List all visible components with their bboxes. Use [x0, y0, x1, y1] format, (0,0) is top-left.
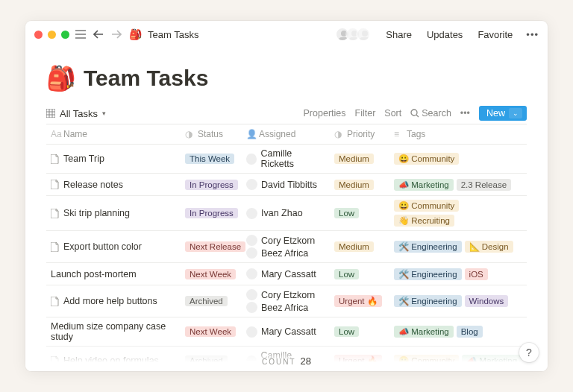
name-cell[interactable]: Add more help buttons	[46, 285, 181, 317]
priority-pill: Medium	[334, 241, 374, 252]
name-cell[interactable]: Help video on formulas	[46, 347, 181, 371]
priority-pill: Urgent 🔥	[334, 295, 382, 307]
page-emoji[interactable]: 🎒	[46, 64, 76, 92]
priority-pill: Low	[334, 326, 359, 337]
assigned-cell[interactable]: Cory EtzkornBeez Africa	[242, 231, 330, 262]
column-header-name[interactable]: AaName	[46, 124, 181, 144]
priority-cell[interactable]: Medium	[330, 174, 389, 195]
table-row[interactable]: Medium size company case studyNext WeekM…	[46, 317, 527, 347]
breadcrumb-title[interactable]: Team Tasks	[148, 29, 198, 40]
minimize-window-button[interactable]	[48, 31, 56, 39]
table-row[interactable]: Team TripThis WeekCamille RickettsMedium…	[46, 145, 527, 174]
assignee-name: Beez Africa	[261, 303, 308, 313]
table-row[interactable]: Launch post-mortemNext WeekMary CassattL…	[46, 263, 527, 285]
tags-cell[interactable]: 🛠️ Engineering📐 Design	[389, 231, 527, 262]
tags-cell[interactable]: 📣 MarketingBlog	[389, 317, 527, 346]
close-window-button[interactable]	[34, 31, 43, 39]
priority-cell[interactable]: Urgent 🔥	[330, 285, 389, 317]
status-cell[interactable]: In Progress	[181, 174, 242, 195]
view-more-button[interactable]: •••	[460, 108, 470, 118]
assigned-cell[interactable]: Camille Ricketts	[242, 145, 330, 173]
status-cell[interactable]: This Week	[181, 145, 242, 173]
priority-cell[interactable]: Low	[330, 317, 389, 346]
assigned-cell[interactable]: Cory EtzkornBeez Africa	[242, 285, 330, 317]
table-header-row: AaName ◑Status 👤Assigned ◑Priority ≡Tags	[46, 124, 527, 145]
status-cell[interactable]: Archived	[181, 347, 242, 371]
name-cell[interactable]: Medium size company case study	[46, 317, 181, 346]
properties-button[interactable]: Properties	[304, 108, 346, 118]
tag-pill: 😀 Community	[394, 200, 459, 212]
status-cell[interactable]: Next Release	[181, 231, 242, 262]
table-row[interactable]: Ski trip planningIn ProgressIvan ZhaoLow…	[46, 196, 527, 231]
table-row[interactable]: Release notesIn ProgressDavid TibbittsMe…	[46, 174, 527, 196]
avatar	[246, 355, 257, 367]
status-cell[interactable]: In Progress	[181, 196, 242, 230]
row-name: Ski trip planning	[63, 208, 130, 218]
table-row[interactable]: Export button colorNext ReleaseCory Etzk…	[46, 231, 527, 263]
status-cell[interactable]: Next Week	[181, 263, 242, 285]
assigned-cell[interactable]: David Tibbitts	[242, 174, 330, 195]
tags-cell[interactable]: 😀 Community👋 Recruiting	[389, 196, 527, 230]
priority-cell[interactable]: Medium	[330, 231, 389, 262]
name-cell[interactable]: Ski trip planning	[46, 196, 181, 230]
help-button[interactable]: ?	[519, 343, 539, 362]
titlebar: 🎒 Team Tasks Share Updates Favorite •••	[25, 21, 548, 48]
forward-button[interactable]	[111, 30, 123, 39]
status-pill: Next Release	[185, 241, 245, 252]
column-header-priority[interactable]: ◑Priority	[330, 124, 389, 144]
assignee: Ivan Zhao	[246, 208, 303, 219]
status-cell[interactable]: Next Week	[181, 317, 242, 346]
favorite-button[interactable]: Favorite	[478, 29, 513, 40]
assigned-cell[interactable]: Mary Cassatt	[242, 263, 330, 285]
tags-cell[interactable]: 📣 Marketing2.3 Release	[389, 174, 527, 195]
tags-cell[interactable]: 🛠️ EngineeringiOS	[389, 263, 527, 285]
assignee: David Tibbitts	[246, 179, 317, 190]
tag-pill: 📐 Design	[465, 241, 513, 253]
page-header: 🎒 Team Tasks	[46, 64, 527, 92]
presence-avatars[interactable]	[339, 27, 371, 42]
assignee-name: Beez Africa	[261, 248, 308, 259]
assigned-cell[interactable]: Mary Cassatt	[242, 317, 330, 346]
select-icon: ◑	[185, 129, 194, 139]
name-cell[interactable]: Launch post-mortem	[46, 263, 181, 285]
name-cell[interactable]: Export button color	[46, 231, 181, 262]
assignee: Cory Etzkorn	[246, 235, 315, 246]
priority-cell[interactable]: Low	[330, 196, 389, 230]
name-cell[interactable]: Team Trip	[46, 145, 181, 173]
column-header-tags[interactable]: ≡Tags	[389, 124, 527, 144]
column-header-status[interactable]: ◑Status	[181, 124, 242, 144]
share-button[interactable]: Share	[386, 29, 412, 40]
maximize-window-button[interactable]	[61, 31, 69, 39]
priority-pill: Low	[334, 269, 359, 279]
assignee: Mary Cassatt	[246, 326, 316, 338]
tags-cell[interactable]: 😀 Community	[389, 145, 527, 173]
table-row[interactable]: Add more help buttonsArchivedCory Etzkor…	[46, 285, 527, 317]
page-title[interactable]: Team Tasks	[84, 66, 208, 91]
more-menu-button[interactable]: •••	[526, 29, 539, 40]
updates-button[interactable]: Updates	[427, 29, 463, 40]
page-icon	[51, 180, 60, 189]
filter-button[interactable]: Filter	[355, 108, 376, 118]
view-switcher[interactable]: All Tasks ▾	[46, 108, 106, 119]
status-cell[interactable]: Archived	[181, 285, 242, 317]
tags-cell[interactable]: 🛠️ EngineeringWindows	[389, 285, 527, 317]
name-cell[interactable]: Release notes	[46, 174, 181, 195]
tags-cell[interactable]: 😀 Community📣 Marketing	[389, 347, 527, 371]
priority-cell[interactable]: Urgent 🔥	[330, 347, 389, 371]
chevron-down-icon: ⌄	[509, 108, 522, 118]
page-icon	[51, 297, 60, 306]
back-button[interactable]	[93, 30, 105, 39]
page-icon	[51, 242, 60, 252]
sort-button[interactable]: Sort	[384, 108, 401, 118]
priority-pill: Urgent 🔥	[334, 355, 382, 367]
status-pill: Next Week	[185, 326, 236, 337]
assigned-cell[interactable]: Ivan Zhao	[242, 196, 330, 230]
priority-cell[interactable]: Low	[330, 263, 389, 285]
search-button[interactable]: Search	[410, 108, 451, 118]
new-button[interactable]: New ⌄	[479, 106, 527, 121]
priority-cell[interactable]: Medium	[330, 145, 389, 173]
avatar	[246, 154, 257, 165]
svg-point-4	[362, 31, 368, 37]
menu-icon[interactable]	[75, 30, 87, 39]
column-header-assigned[interactable]: 👤Assigned	[242, 124, 330, 144]
